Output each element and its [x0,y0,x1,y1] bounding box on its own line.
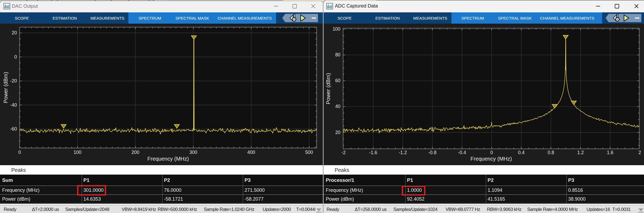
svg-text:500: 500 [305,150,313,155]
svg-text:-20: -20 [10,78,17,84]
svg-text:200: 200 [132,150,139,155]
svg-text:-2: -2 [341,150,346,155]
svg-text:0.4: 0.4 [518,150,525,155]
svg-text:400: 400 [247,150,255,155]
svg-text:Frequency (MHz): Frequency (MHz) [471,156,512,162]
svg-text:20: 20 [12,30,17,35]
svg-text:100: 100 [74,150,81,155]
svg-text:2: 2 [638,150,641,155]
svg-text:1.6: 1.6 [607,150,613,155]
svg-text:-60: -60 [10,126,17,132]
svg-text:20: 20 [335,130,341,135]
svg-text:300: 300 [189,150,197,155]
svg-text:40: 40 [335,104,341,109]
svg-text:-0.8: -0.8 [428,150,436,155]
svg-text:60: 60 [335,78,341,83]
svg-text:-0.4: -0.4 [458,150,466,155]
svg-text:-40: -40 [10,102,17,108]
svg-text:0: 0 [18,150,21,155]
svg-text:Power (dBm): Power (dBm) [3,72,9,103]
svg-text:0.8: 0.8 [548,150,554,155]
svg-text:100: 100 [332,26,340,32]
svg-text:-1.2: -1.2 [399,150,407,155]
svg-text:1.2: 1.2 [577,150,584,155]
svg-text:Power (dBm): Power (dBm) [325,73,331,104]
svg-text:0: 0 [14,54,17,60]
svg-text:80: 80 [335,52,341,57]
svg-text:-1.6: -1.6 [369,150,377,155]
svg-text:Frequency (MHz): Frequency (MHz) [147,156,189,162]
svg-text:0: 0 [490,150,493,155]
